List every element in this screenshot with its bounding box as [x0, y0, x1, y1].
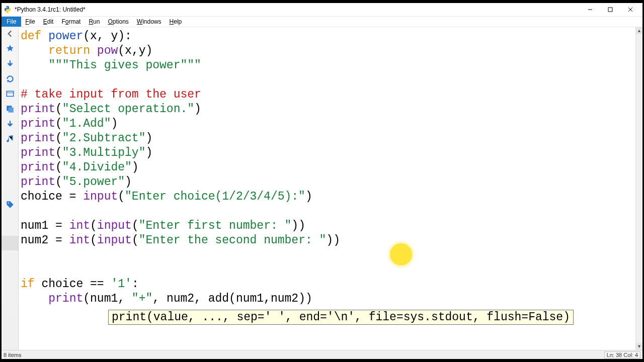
window-title: *Python 3.4.1rc1: Untitled* — [15, 6, 580, 13]
status-position: Ln: 38 Col: 4 — [604, 351, 640, 358]
svg-rect-6 — [7, 91, 14, 96]
cursor-highlight — [390, 243, 412, 265]
window-icon[interactable] — [6, 89, 15, 99]
scroll-up-icon[interactable]: ▲ — [636, 27, 642, 34]
note-icon[interactable] — [6, 135, 15, 144]
refresh-icon[interactable] — [6, 74, 15, 83]
menu-format[interactable]: Format — [57, 17, 85, 26]
menu-options[interactable]: Options — [104, 17, 132, 26]
svg-point-10 — [8, 203, 9, 204]
menubar: File Edit Format Run Options Windows Hel… — [21, 17, 186, 27]
tag-icon[interactable] — [6, 200, 15, 209]
scroll-track[interactable] — [636, 34, 642, 343]
status-left: 8 items — [4, 352, 604, 358]
code-editor[interactable]: def power(x, y): return pow(x,y) """This… — [19, 27, 635, 350]
menu-strip: File File Edit Format Run Options Window… — [2, 16, 642, 27]
menu-windows[interactable]: Windows — [133, 17, 166, 26]
statusbar: 8 items Ln: 38 Col: 4 — [2, 350, 642, 359]
svg-point-0 — [6, 7, 7, 7]
menu-edit[interactable]: Edit — [39, 17, 58, 26]
editor-area[interactable]: def power(x, y): return pow(x,y) """This… — [19, 27, 642, 350]
left-toolbar — [2, 27, 19, 350]
menu-help[interactable]: Help — [166, 17, 186, 26]
body: def power(x, y): return pow(x,y) """This… — [2, 27, 642, 350]
svg-rect-9 — [8, 108, 13, 113]
app-window: *Python 3.4.1rc1: Untitled* File File Ed… — [1, 3, 643, 359]
scroll-down-icon[interactable]: ▼ — [636, 343, 642, 350]
vertical-scrollbar[interactable]: ▲ ▼ — [635, 27, 642, 350]
menu-file[interactable]: File — [21, 17, 39, 26]
minimize-button[interactable] — [580, 4, 600, 15]
stack-icon[interactable] — [6, 105, 15, 114]
star-icon[interactable] — [6, 44, 15, 53]
python-icon — [4, 6, 12, 14]
svg-point-1 — [8, 12, 9, 13]
svg-rect-3 — [608, 8, 612, 12]
arrow-down-icon[interactable] — [6, 59, 15, 68]
arrow-down-2-icon[interactable] — [6, 120, 15, 129]
close-button[interactable] — [620, 4, 640, 15]
calltip-tooltip: print(value, ..., sep=' ', end='\n', fil… — [108, 310, 574, 325]
menu-run[interactable]: Run — [85, 17, 104, 26]
maximize-button[interactable] — [600, 4, 620, 15]
file-tab-button[interactable]: File — [2, 17, 21, 27]
titlebar[interactable]: *Python 3.4.1rc1: Untitled* — [2, 3, 642, 16]
back-icon[interactable] — [6, 29, 15, 38]
